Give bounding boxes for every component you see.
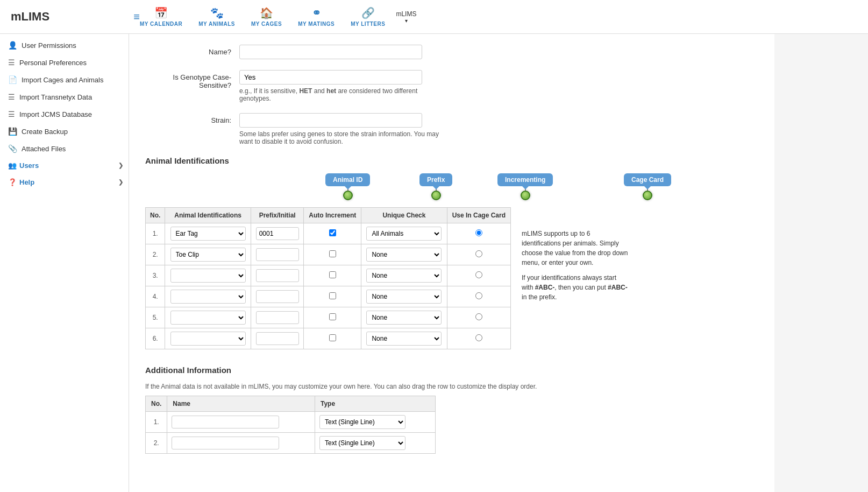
row-no-2: 2. — [146, 244, 165, 265]
sidebar-item-import-transnetyx[interactable]: ☰ Import Transnetyx Data — [0, 88, 129, 106]
unique-select-3[interactable]: All Animals None — [366, 269, 442, 283]
row-id-1: Ear Tag Toe Clip Tail Clip Ear Punch Mic… — [165, 223, 251, 244]
nav-cages[interactable]: 🏠 MY CAGES — [251, 6, 282, 27]
prefix-input-5[interactable] — [256, 311, 299, 324]
import-jcms-icon: ☰ — [8, 110, 15, 118]
prefix-input-2[interactable] — [256, 248, 299, 261]
prefix-input-1[interactable] — [256, 227, 299, 240]
auto-increment-1[interactable] — [329, 229, 336, 236]
help-chevron-icon: ❯ — [118, 179, 123, 186]
litters-icon: 🔗 — [361, 6, 375, 19]
nav-calendar-label: MY CALENDAR — [140, 21, 182, 27]
add-row-type-1: Text (Single Line) Text (Multi Line) Num… — [315, 412, 435, 433]
unique-select-2[interactable]: All Animals None Per Cage — [366, 248, 442, 262]
add-row-name-1 — [167, 412, 315, 433]
row-id-5: Ear Tag Toe Clip — [165, 307, 251, 328]
content-area: Name? Is Genotype Case-Sensitive? e.g., … — [129, 34, 868, 492]
unique-select-4[interactable]: All Animals None — [366, 290, 442, 304]
cage-card-tooltip-bubble: Cage Card — [624, 173, 671, 186]
user-dropdown-arrow: ▾ — [405, 18, 408, 24]
row-id-6: Ear Tag Toe Clip — [165, 328, 251, 349]
users-section-icon: 👥 — [8, 161, 17, 170]
id-select-4[interactable]: Ear Tag Toe Clip — [170, 290, 246, 304]
unique-select-6[interactable]: All Animals None — [366, 332, 442, 346]
auto-increment-3[interactable] — [329, 271, 336, 278]
sidebar-label-create-backup: Create Backup — [22, 128, 68, 136]
row-cage-card-4 — [447, 286, 510, 307]
import-cages-icon: 📄 — [8, 75, 17, 84]
nav-items: 📅 MY CALENDAR 🐾 MY ANIMALS 🏠 MY CAGES ⚭ … — [140, 6, 385, 27]
id-select-3[interactable]: Ear Tag Toe Clip — [170, 269, 246, 283]
add-type-select-1[interactable]: Text (Single Line) Text (Multi Line) Num… — [319, 415, 405, 429]
user-name: mLIMS — [396, 10, 416, 18]
cage-card-radio-1[interactable] — [475, 229, 482, 236]
identifications-table-wrapper: No. Animal Identifications Prefix/Initia… — [145, 207, 758, 349]
row-cage-card-3 — [447, 265, 510, 286]
row-cage-card-6 — [447, 328, 510, 349]
row-no-5: 5. — [146, 307, 165, 328]
name-input[interactable] — [239, 45, 422, 59]
row-auto-1 — [304, 223, 361, 244]
auto-increment-2[interactable] — [329, 250, 336, 257]
nav-matings[interactable]: ⚭ MY MATINGS — [298, 6, 335, 27]
add-type-select-2[interactable]: Text (Single Line) Text (Multi Line) Num… — [319, 436, 405, 450]
row-unique-3: All Animals None — [361, 265, 447, 286]
sidebar-item-import-cages[interactable]: 📄 Import Cages and Animals — [0, 71, 129, 88]
genotype-row: Is Genotype Case-Sensitive? e.g., If it … — [145, 70, 758, 102]
row-prefix-1 — [251, 223, 304, 244]
id-select-6[interactable]: Ear Tag Toe Clip — [170, 332, 246, 346]
col-prefix: Prefix/Initial — [251, 208, 304, 223]
nav-litters[interactable]: 🔗 MY LITTERS — [351, 6, 385, 27]
logo-area: mLIMS ≡ — [11, 10, 140, 24]
strain-input[interactable]: Enable Strain and Background Strain — [239, 113, 422, 128]
sidebar-item-create-backup[interactable]: 💾 Create Backup — [0, 123, 129, 140]
content-inner: Name? Is Genotype Case-Sensitive? e.g., … — [129, 34, 774, 492]
unique-select-1[interactable]: All Animals None Per Cage — [366, 227, 442, 241]
sidebar-item-user-permissions[interactable]: 👤 User Permissions — [0, 37, 129, 54]
sidebar-item-personal-preferences[interactable]: ☰ Personal Preferences — [0, 54, 129, 71]
help-section-icon: ❓ — [8, 178, 17, 186]
strain-label: Strain: — [145, 113, 231, 124]
user-menu[interactable]: mLIMS ▾ — [396, 10, 416, 24]
prefix-input-3[interactable] — [256, 269, 299, 282]
tooltip-row: Animal ID Prefix Incrementing — [304, 173, 758, 203]
add-name-input-2[interactable] — [172, 437, 279, 449]
genotype-input[interactable] — [239, 70, 422, 85]
row-unique-6: All Animals None — [361, 328, 447, 349]
additional-info-title: Additional Information — [145, 366, 758, 375]
cage-card-radio-5[interactable] — [475, 313, 482, 320]
id-select-5[interactable]: Ear Tag Toe Clip — [170, 311, 246, 325]
id-select-1[interactable]: Ear Tag Toe Clip Tail Clip Ear Punch Mic… — [170, 227, 246, 241]
nav-calendar[interactable]: 📅 MY CALENDAR — [140, 6, 182, 27]
auto-increment-4[interactable] — [329, 292, 336, 299]
attached-files-icon: 📎 — [8, 144, 17, 153]
table-row: 4. Ear Tag Toe Clip — [146, 286, 511, 307]
prefix-input-4[interactable] — [256, 290, 299, 303]
genotype-note: e.g., If it is sensitive, HET and het ar… — [239, 87, 444, 102]
cage-card-radio-2[interactable] — [475, 250, 482, 257]
id-select-2[interactable]: Ear Tag Toe Clip Tail Clip Ear Punch — [170, 248, 246, 262]
sidebar-item-attached-files[interactable]: 📎 Attached Files — [0, 140, 129, 157]
prefix-input-6[interactable] — [256, 332, 299, 345]
sidebar-section-help[interactable]: ❓ Help ❯ — [0, 174, 129, 191]
unique-select-5[interactable]: All Animals None — [366, 311, 442, 325]
sidebar-item-import-jcms[interactable]: ☰ Import JCMS Database — [0, 106, 129, 123]
incrementing-tooltip: Incrementing — [497, 173, 553, 200]
auto-increment-6[interactable] — [329, 334, 336, 341]
add-col-no: No. — [146, 396, 167, 412]
add-name-input-1[interactable] — [172, 416, 279, 428]
cage-card-radio-3[interactable] — [475, 271, 482, 278]
table-row: 1. Ear Tag Toe Clip Tail Clip Ear Punch … — [146, 223, 511, 244]
cage-card-radio-4[interactable] — [475, 292, 482, 299]
top-navigation: mLIMS ≡ 📅 MY CALENDAR 🐾 MY ANIMALS 🏠 MY … — [0, 0, 868, 34]
table-row: 2. Ear Tag Toe Clip Tail Clip Ear Punch — [146, 244, 511, 265]
cage-card-radio-6[interactable] — [475, 334, 482, 341]
row-prefix-6 — [251, 328, 304, 349]
nav-animals[interactable]: 🐾 MY ANIMALS — [198, 6, 235, 27]
hamburger-menu[interactable]: ≡ — [133, 11, 140, 23]
sidebar-label-import-transnetyx: Import Transnetyx Data — [19, 93, 92, 101]
row-unique-5: All Animals None — [361, 307, 447, 328]
sidebar-section-users[interactable]: 👥 Users ❯ — [0, 157, 129, 174]
row-no-3: 3. — [146, 265, 165, 286]
auto-increment-5[interactable] — [329, 313, 336, 320]
